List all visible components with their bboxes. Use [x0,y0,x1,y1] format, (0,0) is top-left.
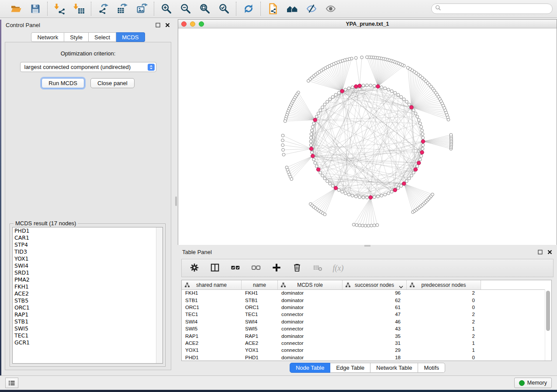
tab-style[interactable]: Style [64,32,89,42]
table-cell[interactable]: TEC1 [242,312,278,317]
network-node[interactable] [366,196,369,199]
search-input[interactable] [443,5,549,12]
network-node[interactable] [367,224,370,227]
table-cell[interactable]: 2 [407,334,481,339]
network-node[interactable] [358,224,361,227]
network-node[interactable] [412,171,415,174]
mcds-list-scrollbar[interactable] [156,227,163,363]
network-node[interactable] [310,133,313,136]
network-node[interactable] [323,177,326,180]
network-node[interactable] [387,192,390,195]
mcds-node[interactable] [358,84,362,88]
vertical-splitter-handle[interactable] [175,196,177,206]
column-header-name[interactable]: name [242,280,278,289]
network-node[interactable] [384,193,387,196]
network-node[interactable] [347,193,350,196]
table-cell[interactable]: RAP1 [182,334,242,339]
table-cell[interactable]: SWI5 [182,326,242,331]
network-node[interactable] [312,122,315,125]
network-node[interactable] [380,86,383,89]
table-cell[interactable]: connector [278,340,343,346]
network-node[interactable] [416,115,419,118]
deselect-all-rows-button[interactable] [250,262,262,274]
mcds-result-list[interactable]: PHD1CAR1STP4TID3YOX1SWI4SRD1PMA2FKH1ACE2… [12,227,163,364]
network-node[interactable] [402,98,405,101]
table-cell[interactable]: 31 [343,340,407,346]
table-cell[interactable]: 62 [343,298,407,303]
network-node[interactable] [406,66,409,69]
open-file-button[interactable] [10,3,22,15]
network-node[interactable] [421,129,424,132]
column-header-MCDS-role[interactable]: MCDS role [278,280,343,289]
mcds-node[interactable] [354,85,358,89]
network-node[interactable] [387,88,390,91]
table-cell[interactable]: 0 [407,298,481,303]
network-node[interactable] [361,224,364,227]
table-row[interactable]: RAP1RAP1dominator352 [182,332,545,339]
network-node[interactable] [317,112,320,115]
tab-motifs[interactable]: Motifs [418,363,445,373]
table-cell[interactable]: connector [278,347,343,353]
table-row[interactable]: ORC1ORC1dominator610 [182,304,545,311]
mcds-result-item[interactable]: SWI5 [13,325,163,332]
mcds-node[interactable] [313,118,317,122]
table-cell[interactable]: 1 [407,347,481,353]
export-network-button[interactable] [97,3,110,15]
table-cell[interactable]: YOX1 [242,347,278,353]
save-session-button[interactable] [29,3,42,15]
network-node[interactable] [326,180,329,183]
network-node[interactable] [397,186,400,189]
network-node[interactable] [362,84,365,87]
network-node[interactable] [319,109,322,112]
network-node[interactable] [450,134,453,137]
table-cell[interactable]: ORC1 [242,305,278,310]
table-cell[interactable]: dominator [278,355,343,360]
network-node[interactable] [329,182,332,185]
network-node[interactable] [377,195,380,198]
mcds-result-item[interactable]: RAP1 [13,311,163,318]
table-cell[interactable]: 1 [407,340,481,346]
mcds-node[interactable] [421,140,425,144]
table-cell[interactable]: PHD1 [242,355,278,360]
network-node[interactable] [405,180,408,183]
mcds-node[interactable] [309,147,313,151]
tab-select[interactable]: Select [89,32,116,42]
network-node[interactable] [380,194,383,197]
table-cell[interactable]: 2 [407,312,481,317]
network-node[interactable] [408,103,411,106]
mcds-result-item[interactable]: PHD1 [13,227,163,234]
network-node[interactable] [373,224,376,227]
table-cell[interactable]: ORC1 [182,305,242,310]
table-cell[interactable]: SWI4 [242,319,278,324]
network-node[interactable] [351,86,354,89]
select-all-rows-button[interactable] [230,262,241,274]
vertical-splitter[interactable] [175,20,178,375]
mcds-result-item[interactable]: ORC1 [13,304,163,311]
network-node[interactable] [311,125,315,128]
table-cell[interactable]: PHD1 [182,355,242,360]
network-node[interactable] [309,144,312,147]
network-node[interactable] [284,120,287,123]
tab-network[interactable]: Network [31,32,64,42]
network-node[interactable] [281,139,284,142]
network-node[interactable] [419,122,422,125]
network-node[interactable] [373,84,376,87]
mcds-result-item[interactable]: SWI4 [13,262,163,269]
network-node[interactable] [408,177,411,180]
network-node[interactable] [422,136,425,139]
mcds-result-item[interactable]: CAR1 [13,234,163,241]
network-node[interactable] [394,91,397,94]
mcds-node[interactable] [414,168,418,172]
memory-button[interactable]: Memory [514,378,552,388]
network-node[interactable] [351,194,354,197]
network-node[interactable] [281,144,284,147]
mcds-result-item[interactable]: STB1 [13,318,163,325]
mcds-node[interactable] [420,151,424,155]
network-node[interactable] [312,158,315,161]
table-cell[interactable]: 0 [407,355,481,360]
network-node[interactable] [341,190,344,193]
column-layout-button[interactable] [209,262,221,274]
network-node[interactable] [416,165,419,168]
network-node[interactable] [384,87,387,90]
network-node[interactable] [390,190,393,193]
